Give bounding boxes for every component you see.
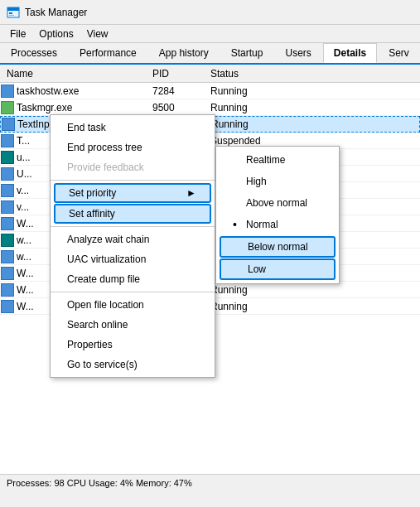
table-row[interactable]: Taskmgr.exe 9500 Running [0,99,420,116]
ctx-open-file-location[interactable]: Open file location [51,295,215,315]
submenu-low[interactable]: Low [220,258,336,280]
row-icon [0,234,17,247]
svg-rect-3 [9,15,14,16]
header-name[interactable]: Name [0,68,149,80]
row-icon [0,217,17,230]
table-row[interactable]: taskhostw.exe 7284 Running [0,83,420,99]
ctx-separator-2 [51,226,215,227]
row-icon [1,118,17,131]
bullet-low [234,263,248,276]
table-header: Name PID Status [0,65,420,83]
priority-submenu: Realtime High Above normal • Normal Belo… [215,146,340,284]
row-name: taskhostw.exe [17,85,149,97]
bullet-normal: • [233,218,246,231]
ctx-analyze-wait-chain[interactable]: Analyze wait chain [51,229,215,249]
ctx-set-affinity[interactable]: Set affinity [54,204,211,224]
bullet-realtime [233,153,246,167]
title-bar-text: Task Manager [25,7,87,18]
svg-rect-2 [9,12,12,14]
row-icon [0,267,17,280]
submenu-normal[interactable]: • Normal [216,214,339,235]
ctx-set-priority[interactable]: Set priority ► [54,183,211,203]
row-status: Running [207,284,307,296]
tab-startup[interactable]: Startup [220,43,274,63]
menu-bar: File Options View [0,25,420,43]
ctx-search-online[interactable]: Search online [51,315,215,335]
tab-details[interactable]: Details [323,43,377,63]
tab-processes[interactable]: Processes [0,43,68,63]
tab-bar: Processes Performance App history Startu… [0,43,420,65]
context-menu: End task End process tree Provide feedba… [50,114,215,378]
row-name: Taskmgr.exe [17,102,149,113]
tab-services[interactable]: Serv [378,43,420,63]
row-status: Running [208,118,307,130]
submenu-realtime[interactable]: Realtime [216,149,339,171]
tab-app-history[interactable]: App history [148,43,220,63]
row-status: Running [207,301,307,312]
submenu-above-normal[interactable]: Above normal [216,192,339,214]
row-icon [0,250,17,263]
ctx-end-task[interactable]: End task [51,118,215,138]
row-status: Running [207,102,307,113]
row-icon [0,101,17,114]
status-bar: Processes: 98 CPU Usage: 4% Memory: 47% [0,474,420,490]
row-icon [0,200,17,214]
submenu-below-normal[interactable]: Below normal [220,236,336,258]
submenu-high[interactable]: High [216,171,339,192]
row-status: Suspended [207,135,307,147]
tab-performance[interactable]: Performance [69,43,147,63]
status-text: Processes: 98 CPU Usage: 4% Memory: 47% [7,478,192,488]
menu-file[interactable]: File [3,27,32,41]
ctx-uac-virtualization[interactable]: UAC virtualization [51,249,215,269]
bullet-below-normal [234,240,248,254]
bullet-above-normal [233,196,246,210]
app-icon [7,6,20,19]
header-status[interactable]: Status [207,68,307,80]
ctx-provide-feedback: Provide feedback [51,157,215,177]
menu-options[interactable]: Options [32,27,80,41]
ctx-go-to-services[interactable]: Go to service(s) [51,355,215,374]
ctx-end-process-tree[interactable]: End process tree [51,138,215,157]
submenu-arrow-icon: ► [186,187,196,199]
row-icon [0,167,17,181]
row-icon [0,134,17,147]
menu-view[interactable]: View [80,27,115,41]
ctx-create-dump-file[interactable]: Create dump file [51,269,215,289]
tab-users[interactable]: Users [274,43,321,63]
main-content: Name PID Status taskhostw.exe 7284 Runni… [0,65,420,490]
row-icon [0,84,17,98]
ctx-separator-3 [51,292,215,292]
svg-rect-1 [7,7,19,11]
header-pid[interactable]: PID [149,68,207,80]
title-bar: Task Manager [0,0,420,25]
row-icon [0,283,17,297]
row-pid: 9500 [149,102,207,113]
ctx-properties[interactable]: Properties [51,335,215,355]
row-icon [0,151,17,164]
row-icon [0,184,17,197]
row-icon [0,300,17,313]
row-pid: 7284 [149,85,207,97]
ctx-separator-1 [51,180,215,181]
bullet-high [233,175,246,188]
row-status: Running [207,85,307,97]
